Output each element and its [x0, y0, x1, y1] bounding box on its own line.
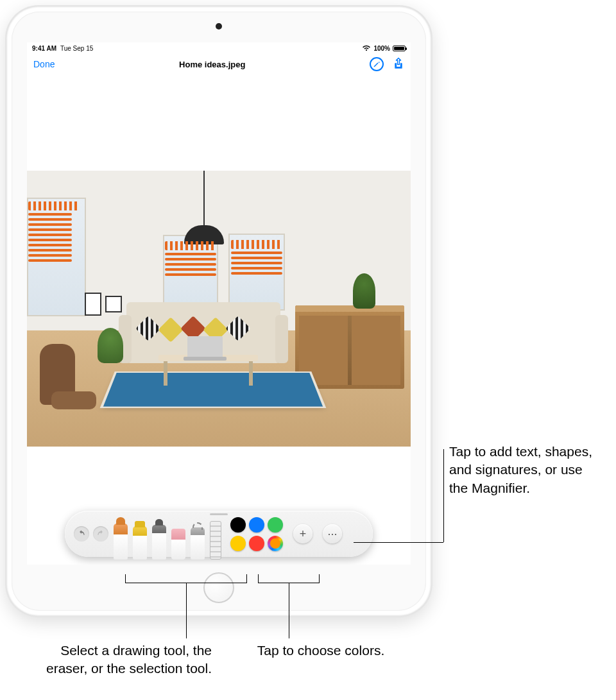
pencil-tool[interactable] [152, 525, 166, 559]
document-title: Home ideas.jpeg [55, 60, 370, 69]
wifi-icon [362, 45, 371, 51]
done-button[interactable]: Done [33, 59, 55, 69]
callout-colors: Tap to choose colors. [257, 642, 385, 660]
more-button[interactable]: ··· [323, 524, 342, 543]
navigation-bar: Done Home ideas.jpeg [27, 54, 411, 74]
markup-toggle-icon[interactable] [370, 57, 384, 71]
color-swatch-red[interactable] [249, 536, 264, 551]
color-swatch-multicolor[interactable] [268, 536, 283, 551]
color-swatch-yellow[interactable] [230, 536, 246, 551]
status-date: Tue Sep 15 [60, 45, 93, 52]
color-swatch-green[interactable] [268, 517, 283, 533]
battery-percent: 100% [373, 45, 390, 52]
marker-tool[interactable] [133, 526, 147, 559]
armchair [40, 344, 101, 421]
markup-scribble-left [28, 201, 80, 264]
share-icon[interactable] [393, 57, 404, 72]
drawing-tools-group [114, 511, 221, 557]
callout-tools-bracket [125, 574, 247, 583]
status-time: 9:41 AM [32, 45, 56, 52]
callout-add-leader [354, 542, 443, 543]
status-bar: 9:41 AM Tue Sep 15 100% [27, 42, 411, 54]
callout-colors-bracket [258, 574, 320, 583]
color-swatch-blue[interactable] [249, 517, 264, 533]
battery-icon [393, 46, 406, 51]
lasso-selection-tool[interactable] [191, 527, 205, 559]
callout-colors-leader [289, 583, 289, 638]
redo-button[interactable] [93, 526, 108, 542]
content-area: + ··· [27, 74, 411, 565]
callout-add: Tap to add text, shapes, and signatures,… [449, 443, 600, 497]
pendant-lamp [203, 171, 205, 225]
toolbar-grabber[interactable] [210, 513, 228, 515]
front-camera [216, 23, 222, 30]
callout-tools-leader [186, 583, 187, 638]
ruler-tool[interactable] [210, 521, 221, 559]
edited-photo[interactable] [27, 171, 411, 447]
add-button[interactable]: + [293, 524, 312, 543]
screen: 9:41 AM Tue Sep 15 100% Done Home ideas.… [27, 42, 411, 565]
callout-tools: Select a drawing tool, the eraser, or th… [32, 642, 212, 678]
color-swatch-black[interactable] [230, 517, 246, 533]
eraser-tool[interactable] [171, 529, 185, 559]
color-palette [230, 517, 283, 551]
pen-tool[interactable] [114, 524, 128, 559]
markup-scribble-middle [165, 241, 216, 278]
markup-scribble-right [231, 240, 282, 277]
markup-toolbar: + ··· [65, 511, 373, 557]
ipad-device-frame: 9:41 AM Tue Sep 15 100% Done Home ideas.… [6, 6, 431, 616]
undo-button[interactable] [74, 526, 89, 542]
callout-add-leader-v [443, 449, 444, 542]
